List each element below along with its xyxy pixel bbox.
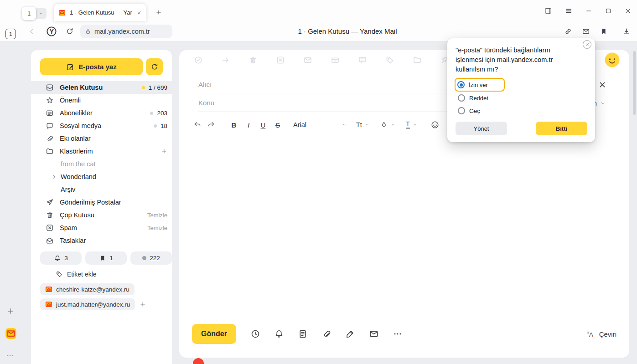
trash-icon[interactable] bbox=[249, 56, 258, 65]
maximize-icon[interactable] bbox=[605, 7, 612, 15]
avatar[interactable] bbox=[605, 52, 620, 67]
check-circle-icon[interactable] bbox=[194, 56, 203, 65]
reload-icon[interactable] bbox=[66, 27, 74, 36]
radio-icon[interactable] bbox=[458, 107, 465, 114]
chevron-right-icon[interactable] bbox=[51, 174, 57, 180]
font-size-select[interactable]: Tt bbox=[356, 121, 370, 128]
yandex-mail-icon bbox=[45, 286, 52, 293]
more-icon[interactable] bbox=[393, 329, 403, 339]
folder-icon bbox=[46, 147, 54, 155]
bold-button[interactable]: B bbox=[227, 121, 241, 129]
compose-button[interactable]: E-posta yaz bbox=[40, 58, 143, 75]
mail-sidebar: E-posta yaz Gelen Kutusu 1 / 699 Önemli … bbox=[31, 50, 172, 364]
archive-icon[interactable] bbox=[331, 56, 340, 65]
bookmarks-pill[interactable]: 1 bbox=[85, 251, 127, 265]
manage-button[interactable]: Yönet bbox=[456, 122, 507, 135]
tab-count-badge[interactable]: 1 bbox=[5, 29, 16, 39]
tab-group-switcher[interactable]: 1 bbox=[22, 7, 47, 20]
yandex-logo-icon[interactable] bbox=[46, 26, 57, 37]
history-icon[interactable] bbox=[6, 10, 16, 21]
download-icon[interactable] bbox=[622, 27, 631, 36]
clear-spam-link[interactable]: Temizle bbox=[147, 225, 167, 231]
tab-panel-icon[interactable] bbox=[544, 7, 552, 15]
schedule-icon[interactable] bbox=[250, 329, 260, 339]
sidebar-item-my-folders[interactable]: Klasörlerim bbox=[31, 145, 172, 158]
bookmark-icon[interactable] bbox=[600, 27, 608, 36]
add-account-icon[interactable] bbox=[140, 301, 146, 308]
text-color-select[interactable]: T bbox=[406, 121, 418, 129]
radio-selected-icon[interactable] bbox=[457, 81, 465, 88]
spam-icon[interactable] bbox=[276, 56, 285, 65]
more-icon[interactable] bbox=[6, 351, 14, 359]
done-button[interactable]: Bitti bbox=[536, 122, 587, 135]
add-folder-icon[interactable] bbox=[161, 148, 167, 154]
underline-button[interactable]: U bbox=[256, 121, 270, 129]
font-family-select[interactable]: Arial bbox=[293, 121, 347, 128]
sidebar-item-spam[interactable]: Spam Temizle bbox=[31, 221, 172, 234]
sidebar-item-archive[interactable]: Arşiv bbox=[31, 183, 172, 196]
refresh-button[interactable] bbox=[146, 58, 163, 75]
radio-icon[interactable] bbox=[458, 94, 465, 102]
mail-icon[interactable] bbox=[303, 56, 312, 65]
dialog-message-line: "e-posta" türündeki bağlantıların bbox=[456, 46, 588, 55]
tab-close-icon[interactable] bbox=[136, 10, 142, 15]
sidebar-item-subscriptions[interactable]: Abonelikler 203 bbox=[31, 107, 172, 119]
lock-icon[interactable] bbox=[85, 28, 91, 35]
undo-icon[interactable] bbox=[193, 120, 202, 129]
browser-tab[interactable]: 1 · Gelen Kutusu — Yand bbox=[54, 4, 146, 21]
option-deny[interactable]: Reddet bbox=[456, 92, 588, 104]
sidebar-item-social[interactable]: Sosyal medya 18 bbox=[31, 119, 172, 132]
folder-icon[interactable] bbox=[413, 56, 422, 65]
option-allow[interactable]: İzin ver bbox=[455, 78, 505, 92]
sidebar-item-important[interactable]: Önemli bbox=[31, 94, 172, 107]
forward-icon[interactable] bbox=[221, 56, 230, 65]
redo-icon[interactable] bbox=[207, 120, 216, 129]
tag-icon[interactable] bbox=[385, 56, 394, 65]
signature-icon[interactable] bbox=[345, 329, 355, 339]
sidebar-item-sent[interactable]: Gönderilmiş Postalar bbox=[31, 196, 172, 209]
tab-title: 1 · Gelen Kutusu — Yand bbox=[70, 9, 132, 16]
sidebar-item-from-the-cat[interactable]: from the cat bbox=[31, 158, 172, 170]
option-skip[interactable]: Geç bbox=[456, 104, 588, 117]
window-close-icon[interactable] bbox=[624, 7, 632, 15]
translate-button[interactable]: Çeviri bbox=[586, 329, 616, 338]
add-tag-button[interactable]: Etiket ekle bbox=[56, 269, 97, 280]
feedback-icon[interactable] bbox=[358, 56, 367, 65]
new-tab-button[interactable] bbox=[155, 9, 162, 15]
sidebar-item-inbox[interactable]: Gelen Kutusu 1 / 699 bbox=[31, 81, 172, 94]
tab-group-badge[interactable]: 1 bbox=[22, 7, 36, 20]
yandex-mail-icon[interactable] bbox=[5, 328, 17, 339]
reminder-icon[interactable] bbox=[274, 329, 284, 339]
dialog-close-icon[interactable] bbox=[583, 40, 591, 49]
sidebar-item-wonderland[interactable]: Wonderland bbox=[31, 170, 172, 183]
strikethrough-button[interactable]: S bbox=[270, 121, 285, 129]
mail-icon[interactable] bbox=[582, 27, 590, 36]
sidebar-item-trash[interactable]: Çöp Kutusu Temizle bbox=[31, 209, 172, 221]
url-text: mail.yandex.com.tr bbox=[94, 28, 150, 35]
sidebar-item-drafts[interactable]: Taslaklar bbox=[31, 234, 172, 247]
send-button[interactable]: Gönder bbox=[192, 324, 236, 344]
italic-button[interactable]: I bbox=[241, 121, 256, 129]
minimize-icon[interactable] bbox=[585, 7, 592, 15]
fill-color-select[interactable] bbox=[380, 121, 396, 129]
reminders-pill[interactable]: 3 bbox=[40, 251, 82, 265]
share-link-icon[interactable] bbox=[564, 27, 572, 36]
compose-close-icon[interactable] bbox=[598, 80, 607, 89]
attach-icon[interactable] bbox=[321, 329, 331, 339]
clear-trash-link[interactable]: Temizle bbox=[147, 212, 167, 219]
envelope-icon[interactable] bbox=[369, 329, 379, 339]
scrollbar[interactable] bbox=[633, 51, 636, 115]
account-item[interactable]: cheshire-katze@yandex.ru bbox=[40, 283, 135, 295]
address-bar[interactable]: mail.yandex.com.tr bbox=[80, 25, 172, 38]
add-icon[interactable] bbox=[6, 307, 15, 315]
account-item[interactable]: just.mad.hatter@yandex.ru bbox=[40, 298, 135, 310]
from-selector[interactable]: n bbox=[593, 100, 606, 107]
paperclip-icon bbox=[46, 134, 54, 143]
emoji-icon[interactable] bbox=[430, 120, 440, 129]
template-icon[interactable] bbox=[298, 329, 308, 339]
yandex-mail-favicon bbox=[58, 9, 66, 16]
unread-pill[interactable]: 222 bbox=[130, 251, 172, 265]
menu-icon[interactable] bbox=[564, 7, 573, 15]
back-icon[interactable] bbox=[27, 27, 36, 36]
sidebar-item-attachments[interactable]: Eki olanlar bbox=[31, 132, 172, 145]
